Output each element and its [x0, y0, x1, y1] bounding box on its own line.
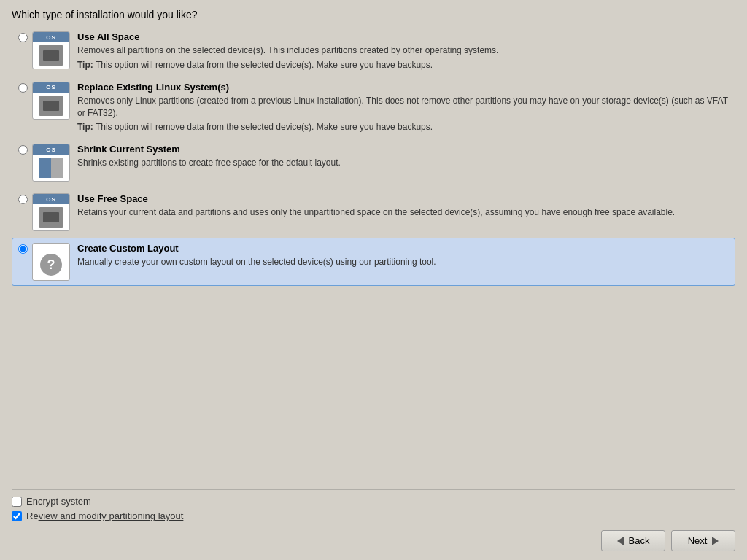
review-partitioning-input[interactable]	[12, 511, 22, 521]
checkboxes: Encrypt system Review and modify partiti…	[12, 496, 735, 521]
icon-use-free-space: OS	[32, 193, 70, 231]
text-use-all-space: Use All Space Removes all partitions on …	[77, 31, 729, 70]
radio-replace-existing[interactable]	[18, 83, 28, 95]
page-title: Which type of installation would you lik…	[0, 0, 747, 26]
radio-shrink-current[interactable]	[18, 145, 28, 157]
option-replace-existing[interactable]: OS Replace Existing Linux System(s) Remo…	[12, 77, 735, 138]
text-replace-existing: Replace Existing Linux System(s) Removes…	[77, 82, 729, 133]
radio-create-custom[interactable]	[18, 244, 28, 256]
text-create-custom: Create Custom Layout Manually create you…	[77, 243, 729, 271]
divider	[12, 489, 735, 490]
back-button[interactable]: Back	[601, 530, 665, 551]
button-bar: Back Next	[12, 530, 735, 551]
encrypt-system-label: Encrypt system	[26, 496, 91, 507]
option-use-free-space[interactable]: OS Use Free Space Retains your current d…	[12, 188, 735, 236]
option-create-custom[interactable]: ? Create Custom Layout Manually create y…	[12, 238, 735, 286]
text-use-free-space: Use Free Space Retains your current data…	[77, 193, 729, 221]
icon-replace-existing: OS	[32, 82, 70, 120]
icon-create-custom: ?	[32, 243, 70, 281]
radio-use-all-space[interactable]	[18, 33, 28, 44]
options-container: OS Use All Space Removes all partitions …	[0, 26, 747, 286]
option-shrink-current[interactable]: OS Shrink Current System Shrinks existin…	[12, 139, 735, 187]
next-button[interactable]: Next	[671, 530, 735, 551]
option-use-all-space[interactable]: OS Use All Space Removes all partitions …	[12, 26, 735, 75]
review-partitioning-checkbox[interactable]: Review and modify partitioning layout	[12, 510, 735, 521]
next-arrow-icon	[712, 537, 719, 545]
bottom-section: Encrypt system Review and modify partiti…	[0, 482, 747, 560]
encrypt-system-checkbox[interactable]: Encrypt system	[12, 496, 735, 507]
back-label: Back	[629, 535, 650, 546]
next-label: Next	[688, 535, 708, 546]
encrypt-system-input[interactable]	[12, 497, 22, 507]
icon-shrink-current: OS	[32, 144, 70, 182]
radio-use-free-space[interactable]	[18, 195, 28, 206]
text-shrink-current: Shrink Current System Shrinks existing p…	[77, 144, 729, 171]
icon-use-all-space: OS	[32, 31, 70, 69]
back-arrow-icon	[617, 537, 624, 545]
review-partitioning-label: Review and modify partitioning layout	[26, 510, 183, 521]
